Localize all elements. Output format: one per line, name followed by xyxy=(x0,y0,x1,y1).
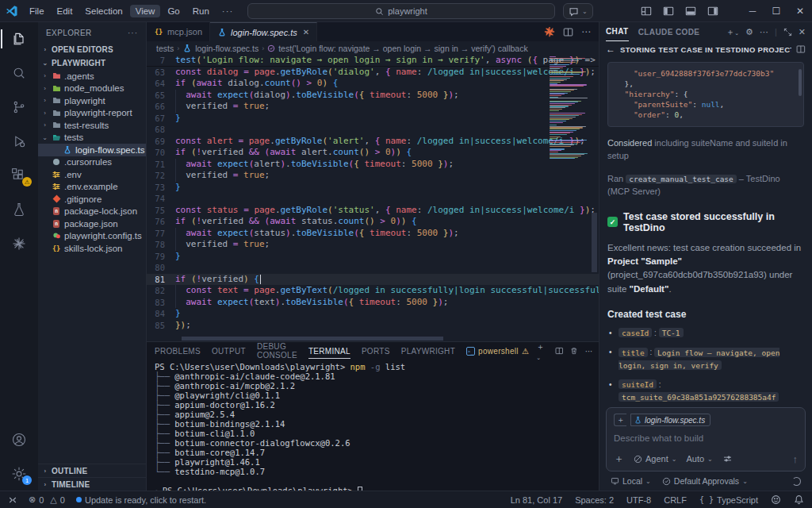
toggle-panel-icon[interactable] xyxy=(685,6,696,17)
language-mode[interactable]: { } TypeScript xyxy=(699,495,758,505)
breadcrumb-item[interactable]: tests xyxy=(156,44,174,53)
menu-selection[interactable]: Selection xyxy=(79,5,128,17)
editor-more-actions[interactable]: ⋯ xyxy=(581,26,591,37)
tune-sliders-icon[interactable] xyxy=(722,454,733,464)
tree-item--agents[interactable]: ›.agents xyxy=(38,70,146,83)
timeline-section[interactable]: › TIMELINE xyxy=(38,477,146,491)
menu-more[interactable]: ··· xyxy=(216,5,239,17)
copilot-menu[interactable]: ⌄ xyxy=(563,3,593,19)
tree-item-playwright-report[interactable]: ›playwright-report xyxy=(38,107,146,120)
agent-mode-dropdown[interactable]: Agent⌄ xyxy=(634,454,676,464)
search-icon[interactable] xyxy=(1,61,37,85)
panel-tab-playwright[interactable]: PLAYWRIGHT xyxy=(401,347,455,356)
explorer-icon[interactable] xyxy=(1,27,37,51)
code-line-64[interactable]: 64if (await dialog.count() > 0) { xyxy=(147,78,599,90)
eol-sequence[interactable]: CRLF xyxy=(664,495,687,505)
chat-input-placeholder[interactable]: Describe what to build xyxy=(614,433,798,443)
code-line-68[interactable]: 68 xyxy=(147,124,599,136)
panel-tab-ports[interactable]: PORTS xyxy=(362,347,390,356)
menu-view[interactable]: View xyxy=(130,5,161,17)
code-line-7[interactable]: 7test('Login flow: navigate → open login… xyxy=(147,55,599,67)
workspace-root-section[interactable]: ⌄ PLAYWRIGHT xyxy=(38,56,146,70)
add-context-button[interactable]: ＋ xyxy=(614,414,626,426)
feedback-icon[interactable] xyxy=(771,495,781,505)
columns-icon[interactable] xyxy=(796,44,806,54)
attached-file-chip[interactable]: login-flow.spec.ts xyxy=(630,414,710,426)
settings-icon[interactable]: 1 xyxy=(1,462,37,486)
code-line-80[interactable]: 80 xyxy=(147,262,599,274)
code-line-72[interactable]: 72 verified = true; xyxy=(147,170,599,182)
toggle-primary-sidebar-icon[interactable] xyxy=(663,6,674,17)
outline-section[interactable]: › OUTLINE xyxy=(38,464,146,477)
terminal[interactable]: PS C:\Users\user\Downloads\playwright> n… xyxy=(147,360,599,491)
new-chat-button[interactable]: ＋⌄ xyxy=(726,26,739,38)
code-line-67[interactable]: 67} xyxy=(147,113,599,125)
maximize-button[interactable]: ☐ xyxy=(764,6,788,17)
horizontal-scrollbar[interactable] xyxy=(182,337,443,341)
problems-indicator[interactable]: ⊗0 △0 xyxy=(29,495,65,505)
model-dropdown[interactable]: Auto⌄ xyxy=(686,454,712,464)
open-editors-section[interactable]: › OPEN EDITORS xyxy=(38,43,146,56)
split-editor-icon[interactable] xyxy=(563,27,573,37)
breadcrumb[interactable]: tests›login-flow.spec.ts›test('Login flo… xyxy=(147,41,599,55)
notifications-bell-icon[interactable] xyxy=(794,495,804,505)
gear-icon[interactable]: ⚙ xyxy=(745,27,753,37)
claude-extension-icon[interactable] xyxy=(1,232,37,256)
menu-run[interactable]: Run xyxy=(187,5,215,17)
breadcrumb-item[interactable]: login-flow.spec.ts xyxy=(195,44,259,53)
tree-item-login-flow-spec-ts[interactable]: login-flow.spec.ts xyxy=(38,144,146,156)
extensions-icon[interactable]: ⚠ xyxy=(1,164,37,187)
close-tab-icon[interactable]: ✕ xyxy=(303,28,309,37)
code-line-70[interactable]: 70if (!verified && (await alert.count() … xyxy=(147,147,599,159)
tree-item-node-modules[interactable]: ›node_modules xyxy=(38,83,146,95)
tree-item-package-lock-json[interactable]: npackage-lock.json xyxy=(38,206,146,218)
code-line-65[interactable]: 65 await expect(dialog).toBeVisible({ ti… xyxy=(147,90,599,102)
tree-item--env[interactable]: .env xyxy=(38,168,146,181)
close-chat-icon[interactable]: ✕ xyxy=(799,27,806,37)
run-and-debug-icon[interactable] xyxy=(1,129,37,153)
toggle-secondary-sidebar-icon[interactable] xyxy=(707,6,718,17)
code-line-79[interactable]: 79} xyxy=(147,251,599,263)
code-line-76[interactable]: 76if (!verified && (await status.count()… xyxy=(147,216,599,228)
code-line-69[interactable]: 69const alert = page.getByRole('alert', … xyxy=(147,136,599,148)
panel-tab-problems[interactable]: PROBLEMS xyxy=(155,347,201,356)
attach-button[interactable]: ＋ xyxy=(614,452,624,466)
tree-item--env-example[interactable]: .env.example xyxy=(38,181,146,194)
code-line-75[interactable]: 75const status = page.getByRole('status'… xyxy=(147,205,599,217)
back-arrow-icon[interactable]: ← xyxy=(606,44,615,55)
approvals-dropdown[interactable]: Default Approvals⌄ xyxy=(662,476,748,486)
code-line-63[interactable]: 63const dialog = page.getByRole('dialog'… xyxy=(147,67,599,79)
code-editor[interactable]: 7test('Login flow: navigate → open login… xyxy=(147,55,599,341)
tab-chat[interactable]: CHAT xyxy=(606,22,629,41)
code-line-78[interactable]: 78 verified = true; xyxy=(147,239,599,251)
chat-input[interactable]: ＋ login-flow.spec.ts Describe what to bu… xyxy=(606,407,806,471)
tree-item-skills-lock-json[interactable]: {}skills-lock.json xyxy=(38,242,146,255)
chat-more-actions[interactable]: ⋯ xyxy=(760,27,768,37)
update-notice[interactable]: Update is ready, click to restart. xyxy=(76,495,206,505)
code-line-66[interactable]: 66 verified = true; xyxy=(147,101,599,113)
tree-item-playwright-config-ts[interactable]: playwright.config.ts xyxy=(38,230,146,243)
encoding[interactable]: UTF-8 xyxy=(626,495,651,505)
trash-icon[interactable] xyxy=(570,346,578,356)
split-terminal-icon[interactable] xyxy=(555,346,564,356)
environment-dropdown[interactable]: Local⌄ xyxy=(611,476,651,486)
tab-claude-code[interactable]: CLAUDE CODE xyxy=(638,22,700,41)
menu-edit[interactable]: Edit xyxy=(52,5,79,17)
panel-tab-debug-console[interactable]: DEBUG CONSOLE xyxy=(257,342,297,360)
shell-selector[interactable]: >_powershell⚠ xyxy=(466,347,529,356)
tree-item-package-json[interactable]: npackage.json xyxy=(38,217,146,230)
menu-go[interactable]: Go xyxy=(162,5,185,17)
vertical-scrollbar[interactable] xyxy=(592,213,597,273)
source-control-icon[interactable] xyxy=(1,95,37,119)
testing-icon[interactable] xyxy=(1,198,37,221)
menu-file[interactable]: File xyxy=(24,5,50,17)
panel-tab-terminal[interactable]: TERMINAL xyxy=(308,347,350,359)
code-line-83[interactable]: 83 await expect(text).toBeVisible({ time… xyxy=(147,297,599,309)
code-line-77[interactable]: 77 await expect(status).toBeVisible({ ti… xyxy=(147,228,599,240)
panel-tab-output[interactable]: OUTPUT xyxy=(212,347,246,356)
code-line-85[interactable]: 85}); xyxy=(147,320,599,332)
code-line-74[interactable]: 74 xyxy=(147,193,599,205)
tree-item-test-results[interactable]: ›test-results xyxy=(38,119,146,132)
close-window-button[interactable]: ✕ xyxy=(788,6,812,17)
send-button[interactable]: ↑ xyxy=(793,453,799,465)
